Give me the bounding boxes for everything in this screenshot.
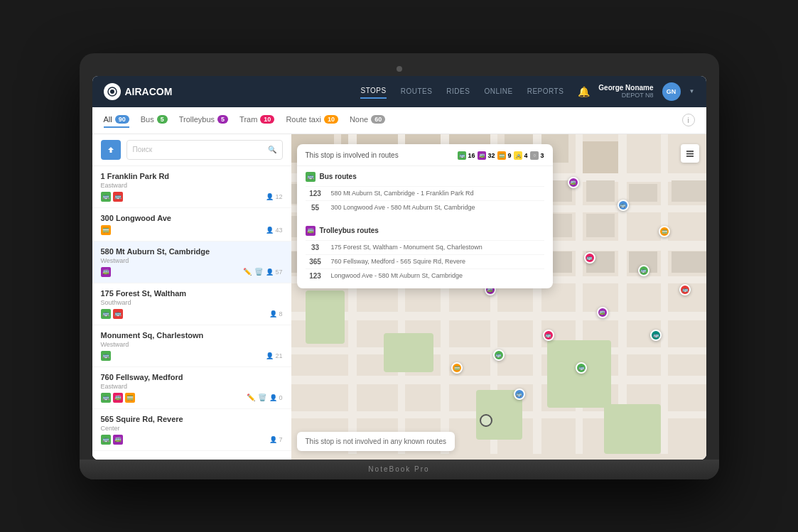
- taxi-count: 🚕 4: [514, 151, 527, 160]
- stop-icons: 🚌 🚌: [101, 309, 123, 319]
- stop-icons: 🚎: [101, 267, 111, 277]
- map-marker[interactable]: 🚌: [543, 330, 554, 341]
- stop-item[interactable]: Monument Sq, Charlestown Westward 🚌 👤 21: [92, 325, 291, 367]
- nav-routes[interactable]: ROUTES: [401, 85, 433, 98]
- nav-online[interactable]: ONLINE: [484, 85, 512, 98]
- tram-icon: 🚃: [101, 225, 111, 235]
- map-marker[interactable]: 🚃: [659, 226, 670, 237]
- stop-item[interactable]: 1 Franklin Park Rd Eastward 🚌 🚌 👤 12: [92, 166, 291, 208]
- filter-tab-all[interactable]: All 90: [104, 112, 129, 128]
- stop-direction: Eastward: [101, 182, 283, 189]
- filter-tab-trolleybus[interactable]: Trolleybus 5: [179, 112, 228, 128]
- person-icon: 👤: [266, 268, 274, 276]
- route-description: 760 Fellsway, Medford - 565 Squire Rd, R…: [331, 258, 465, 265]
- stop-footer: 🚌 🚌 👤 12: [101, 192, 283, 202]
- info-icon[interactable]: i: [682, 114, 695, 126]
- delete-icon[interactable]: 🗑️: [254, 268, 263, 276]
- not-involved-popup: This stop is not involved in any known r…: [297, 432, 455, 451]
- nav-rides[interactable]: RIDES: [446, 85, 470, 98]
- nav-reports[interactable]: REPORTS: [527, 85, 564, 98]
- sidebar-toolbar: Поиск 🔍: [92, 134, 291, 166]
- stop-name: 175 Forest St, Waltham: [101, 289, 283, 298]
- svg-point-1: [110, 89, 114, 94]
- route-row: 365 760 Fellsway, Medford - 565 Squire R…: [306, 254, 544, 268]
- stop-count: 👤 0: [269, 394, 282, 401]
- svg-rect-24: [661, 134, 668, 454]
- tram-icon-sm: 🚃: [497, 151, 506, 160]
- stop-footer: 🚌 🚌 👤 8: [101, 309, 283, 319]
- stop-icons: 🚌: [101, 351, 111, 361]
- nav-stops[interactable]: STOPS: [360, 84, 386, 99]
- route-number: 55: [306, 204, 325, 212]
- map-marker[interactable]: 🚌: [584, 252, 595, 264]
- stop-icons: 🚌 🚎 🚃: [101, 393, 135, 403]
- filter-all-label: All: [104, 115, 112, 124]
- route-description: Longwood Ave - 580 Mt Auburn St, Cambrid…: [331, 272, 463, 279]
- stop-name: 300 Longwood Ave: [101, 214, 283, 222]
- route-popup: This stop is involved in routes 🚌 16 🚎 3…: [297, 144, 553, 288]
- route-description: 300 Longwood Ave - 580 Mt Auburn St, Cam…: [331, 204, 475, 211]
- filter-troll-badge: 5: [217, 115, 228, 124]
- stop-name: Monument Sq, Charlestown: [101, 331, 283, 340]
- stop-footer: 🚌 👤 21: [101, 351, 283, 361]
- route-number: 365: [306, 258, 325, 266]
- route-number: 123: [306, 272, 325, 280]
- trolley-section-title: 🚎 Trolleybus routes: [306, 226, 544, 236]
- route-row: 123 Longwood Ave - 580 Mt Auburn St, Cam…: [306, 268, 544, 283]
- svg-rect-53: [672, 251, 706, 273]
- person-icon: 👤: [266, 193, 274, 200]
- filter-tab-none[interactable]: None 60: [350, 112, 385, 128]
- map-marker[interactable]: 🚌: [576, 362, 587, 374]
- filter-tab-tram[interactable]: Tram 10: [239, 112, 274, 128]
- none-count: ○ 3: [530, 151, 544, 160]
- stop-item[interactable]: 300 Longwood Ave 🚃 👤 43: [92, 208, 291, 241]
- filter-tab-bus[interactable]: Bus 5: [141, 112, 168, 128]
- route-description: 175 Forest St, Waltham - Monument Sq, Ch…: [331, 244, 482, 251]
- stop-item-selected[interactable]: 580 Mt Auburn St, Cambridge Westward 🚎 ✏…: [92, 241, 291, 283]
- edit-icon[interactable]: ✏️: [247, 393, 255, 401]
- stop-item[interactable]: 760 Fellsway, Medford Eastward 🚌 🚎 🚃 ✏️: [92, 367, 291, 409]
- bus-count: 🚌 16: [458, 151, 475, 160]
- map-marker[interactable]: 🚌: [618, 200, 629, 211]
- delete-icon[interactable]: 🗑️: [258, 393, 266, 401]
- bus-section-title: 🚌 Bus routes: [306, 172, 544, 182]
- map-marker[interactable]: 🚃: [451, 362, 463, 374]
- person-icon: 👤: [266, 227, 274, 234]
- map-marker[interactable]: 🚌: [679, 284, 691, 295]
- not-involved-text: This stop is not involved in any known r…: [306, 438, 446, 445]
- upload-button[interactable]: [101, 140, 121, 160]
- route-number: 123: [306, 190, 325, 197]
- map-marker[interactable]: 🚌: [638, 265, 649, 276]
- stop-item[interactable]: 565 Squire Rd, Revere Center 🚌 🚎 👤 7: [92, 409, 291, 451]
- map-marker[interactable]: 🚎: [597, 307, 608, 318]
- map-marker[interactable]: 🚌: [650, 330, 662, 341]
- stop-icons: 🚌 🚎: [101, 435, 123, 445]
- map-layers-button[interactable]: [681, 144, 699, 163]
- none-icon-sm: ○: [530, 151, 539, 160]
- notification-bell[interactable]: 🔔: [578, 86, 590, 97]
- filter-tab-route-taxi[interactable]: Route taxi 10: [286, 112, 338, 128]
- user-menu-chevron[interactable]: ▼: [689, 88, 695, 94]
- bus-routes-section: 🚌 Bus routes 123 580 Mt Auburn St, Cambr…: [297, 166, 553, 220]
- map-area[interactable]: This stop is involved in routes 🚌 16 🚎 3…: [291, 134, 706, 460]
- laptop-frame: AIRACOM STOPS ROUTES RIDES ONLINE REPORT…: [80, 53, 719, 479]
- map-marker[interactable]: 🚌: [493, 349, 505, 361]
- route-row: 123 580 Mt Auburn St, Cambridge - 1 Fran…: [306, 186, 544, 200]
- svg-rect-25: [306, 291, 345, 344]
- map-marker[interactable]: 🚎: [568, 177, 579, 188]
- bus-red-icon: 🚌: [113, 192, 123, 202]
- edit-icon[interactable]: ✏️: [243, 268, 252, 276]
- map-marker[interactable]: 🚌: [514, 389, 525, 400]
- stop-name: 1 Franklin Park Rd: [101, 172, 283, 180]
- search-box[interactable]: Поиск 🔍: [126, 140, 283, 160]
- stop-icons: 🚃: [101, 225, 111, 235]
- route-count-badges: 🚌 16 🚎 32 🚃 9: [458, 151, 544, 160]
- header: AIRACOM STOPS ROUTES RIDES ONLINE REPORT…: [92, 76, 706, 107]
- trolley-icon-sm: 🚎: [478, 151, 486, 160]
- sidebar: Поиск 🔍 1 Franklin Park Rd Eastward 🚌: [92, 134, 291, 460]
- stop-direction: Eastward: [101, 383, 283, 390]
- stop-item[interactable]: 175 Forest St, Waltham Southward 🚌 🚌 👤 8: [92, 283, 291, 325]
- filter-none-badge: 60: [371, 115, 385, 124]
- app-container: AIRACOM STOPS ROUTES RIDES ONLINE REPORT…: [92, 76, 706, 460]
- troll-icon: 🚎: [113, 435, 123, 445]
